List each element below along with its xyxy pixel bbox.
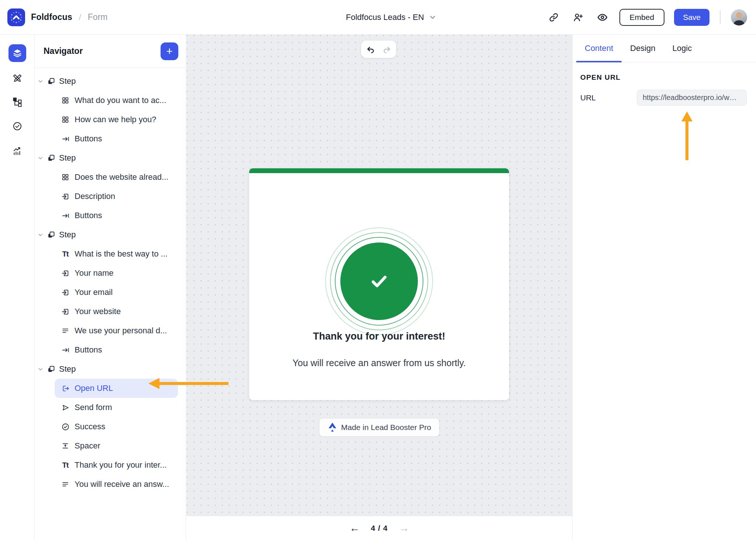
input-icon bbox=[61, 192, 70, 201]
card-title: Thank you for your interest! bbox=[249, 331, 509, 342]
rail-item-workflow[interactable] bbox=[8, 93, 26, 111]
step-icon bbox=[47, 365, 56, 374]
embed-button[interactable]: Embed bbox=[619, 9, 665, 26]
tree-item-we-use-your-personal-d[interactable]: We use your personal d... bbox=[55, 321, 178, 340]
layers-icon bbox=[12, 48, 23, 58]
breadcrumb-page[interactable]: Form bbox=[88, 12, 108, 22]
chevron-down-icon[interactable] bbox=[37, 231, 44, 238]
success-icon bbox=[61, 422, 70, 431]
buttons-icon bbox=[61, 345, 70, 354]
rail-item-layers[interactable] bbox=[8, 44, 26, 62]
tree-item-your-name[interactable]: Your name bbox=[55, 264, 178, 283]
input-icon bbox=[61, 288, 70, 297]
tree-item-buttons[interactable]: Buttons bbox=[55, 206, 178, 225]
workflow-icon bbox=[12, 97, 23, 107]
tree-item-open-url[interactable]: Open URL bbox=[55, 379, 178, 398]
tree-item-send-form[interactable]: Send form bbox=[55, 398, 178, 417]
tree-item-buttons[interactable]: Buttons bbox=[55, 340, 178, 360]
redo-button[interactable] bbox=[381, 44, 392, 55]
buttons-icon bbox=[61, 134, 70, 143]
rail-item-design-tools[interactable] bbox=[8, 69, 26, 86]
navigator-title: Navigator bbox=[44, 46, 83, 56]
lead-booster-logo-icon bbox=[327, 422, 337, 433]
tree-item-what-is-the-best-way-to[interactable]: TtWhat is the best way to ... bbox=[55, 244, 178, 264]
breadcrumb-separator: / bbox=[79, 13, 81, 22]
design-tools-icon bbox=[12, 72, 23, 83]
navigator-tree: StepWhat do you want to ac...How can we … bbox=[35, 68, 186, 494]
add-block-button[interactable]: + bbox=[161, 42, 178, 60]
user-avatar[interactable] bbox=[731, 9, 747, 25]
buttons-icon bbox=[61, 211, 70, 220]
made-in-badge[interactable]: Made in Lead Booster Pro bbox=[319, 418, 440, 437]
spacer-icon bbox=[61, 441, 70, 450]
chevron-down-icon[interactable] bbox=[37, 78, 44, 85]
header-divider bbox=[720, 10, 721, 24]
card-top-accent bbox=[249, 168, 509, 173]
next-step-button[interactable]: → bbox=[397, 523, 410, 533]
chevron-down-icon[interactable] bbox=[37, 155, 44, 161]
step-icon bbox=[47, 77, 56, 86]
url-field-label: URL bbox=[580, 93, 596, 102]
foldfocus-logo-icon[interactable] bbox=[7, 8, 25, 26]
openurl-icon bbox=[61, 384, 70, 393]
tree-step-row[interactable]: Step bbox=[35, 225, 186, 244]
save-button[interactable]: Save bbox=[674, 9, 709, 26]
made-in-badge-label: Made in Lead Booster Pro bbox=[341, 423, 431, 432]
form-canvas: Thank you for your interest! You will re… bbox=[186, 35, 572, 516]
tree-item-thank-you-for-your-inter[interactable]: TtThank you for your inter... bbox=[55, 455, 178, 475]
tree-item-your-website[interactable]: Your website bbox=[55, 302, 178, 321]
success-rings bbox=[325, 227, 433, 335]
user-plus-icon bbox=[573, 12, 583, 23]
input-icon bbox=[61, 269, 70, 278]
tree-item-spacer[interactable]: Spacer bbox=[55, 436, 178, 455]
left-icon-rail bbox=[0, 35, 35, 540]
properties-tabs: Content Design Logic bbox=[573, 35, 756, 62]
tab-logic[interactable]: Logic bbox=[664, 35, 701, 62]
undo-button[interactable] bbox=[365, 44, 376, 55]
text-icon: Tt bbox=[61, 250, 70, 258]
tree-item-success[interactable]: Success bbox=[55, 417, 178, 436]
properties-panel: Content Design Logic OPEN URL URL https:… bbox=[572, 35, 756, 540]
rail-item-check-circle[interactable] bbox=[8, 117, 26, 135]
step-icon bbox=[47, 230, 56, 239]
tree-step-row[interactable]: Step bbox=[35, 148, 186, 168]
analytics-icon bbox=[12, 145, 23, 156]
tree-step-row[interactable]: Step bbox=[35, 360, 186, 379]
chevron-down-icon[interactable] bbox=[37, 366, 44, 372]
tree-item-description[interactable]: Description bbox=[55, 187, 178, 206]
form-title-dropdown[interactable]: Foldfocus Leads - EN bbox=[236, 13, 546, 22]
tab-content[interactable]: Content bbox=[576, 35, 622, 62]
brand-name: Foldfocus bbox=[31, 12, 72, 22]
tab-design[interactable]: Design bbox=[622, 35, 664, 62]
form-title: Foldfocus Leads - EN bbox=[346, 13, 424, 22]
preview-button[interactable] bbox=[595, 10, 610, 25]
top-bar: Foldfocus / Form Foldfocus Leads - EN bbox=[0, 0, 756, 35]
tree-item-your-email[interactable]: Your email bbox=[55, 283, 178, 302]
rail-item-analytics[interactable] bbox=[8, 142, 26, 159]
step-counter: 4 / 4 bbox=[371, 524, 388, 533]
choice-icon bbox=[61, 96, 70, 105]
form-builder-app: Foldfocus / Form Foldfocus Leads - EN bbox=[0, 0, 756, 540]
copy-link-button[interactable] bbox=[546, 10, 561, 25]
section-title-open-url: OPEN URL bbox=[580, 73, 756, 82]
history-toolbar bbox=[361, 41, 396, 58]
link-icon bbox=[549, 12, 559, 23]
paragraph-icon bbox=[61, 326, 70, 335]
url-input[interactable]: https://leadboosterpro.io/w… bbox=[637, 90, 747, 106]
choice-icon bbox=[61, 115, 70, 124]
tree-step-row[interactable]: Step bbox=[35, 72, 186, 91]
previous-step-button[interactable]: ← bbox=[348, 523, 361, 533]
success-step-card[interactable]: Thank you for your interest! You will re… bbox=[249, 168, 509, 400]
tree-item-you-will-receive-an-answ[interactable]: You will receive an answ... bbox=[55, 475, 178, 494]
eye-icon bbox=[597, 12, 608, 23]
step-pagination: ← 4 / 4 → bbox=[186, 516, 572, 540]
paragraph-icon bbox=[61, 480, 70, 489]
tree-item-buttons[interactable]: Buttons bbox=[55, 129, 178, 148]
tree-item-does-the-website-alread[interactable]: Does the website alread... bbox=[55, 168, 178, 187]
send-icon bbox=[61, 403, 70, 412]
tree-item-how-can-we-help-you[interactable]: How can we help you? bbox=[55, 110, 178, 129]
choice-icon bbox=[61, 173, 70, 182]
tree-item-what-do-you-want-to-ac[interactable]: What do you want to ac... bbox=[55, 91, 178, 110]
invite-user-button[interactable] bbox=[571, 10, 585, 25]
card-subtitle: You will receive an answer from us short… bbox=[249, 358, 509, 368]
